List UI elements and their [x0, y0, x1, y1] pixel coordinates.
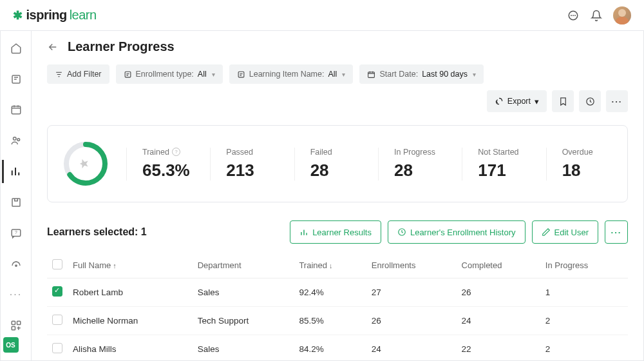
export-label: Export: [507, 97, 531, 106]
col-completed[interactable]: Completed: [457, 253, 540, 278]
stat-inprogress-label: In Progress: [394, 148, 444, 157]
sort-asc-icon: ↑: [113, 262, 117, 269]
cell-inprog: 1: [540, 278, 628, 307]
more-button[interactable]: ···: [606, 90, 628, 112]
svg-rect-10: [17, 321, 20, 324]
enrollment-icon: [124, 70, 132, 79]
page-title: Learner Progress: [68, 39, 175, 54]
svg-rect-11: [12, 327, 15, 330]
os-badge[interactable]: OS: [3, 337, 19, 353]
topbar: ✱ ispring learn: [0, 0, 644, 31]
col-department[interactable]: Department: [193, 253, 294, 278]
stat-trained-value: 65.3%: [142, 161, 192, 180]
stat-failed-value: 28: [310, 161, 360, 180]
col-fullname[interactable]: Full Name↑: [68, 253, 193, 278]
cell-dept: Sales: [193, 335, 294, 361]
table-actions: Learners selected: 1 Learner Results Lea…: [47, 220, 628, 244]
learners-table: Full Name↑ Department Trained↓ Enrollmen…: [47, 253, 628, 360]
select-all-checkbox[interactable]: [52, 259, 62, 269]
logo-text-1: ispring: [26, 8, 67, 23]
calendar-icon: [367, 70, 375, 79]
cell-trained: 84.2%: [294, 335, 366, 361]
sidebar-users[interactable]: [3, 129, 29, 152]
back-arrow-icon[interactable]: [47, 41, 59, 53]
table-row[interactable]: Michelle Norman Tech Support 85.5% 26 24…: [47, 307, 628, 335]
stat-passed: Passed 213: [210, 148, 276, 180]
edit-user-button[interactable]: Edit User: [532, 220, 598, 244]
info-icon[interactable]: ?: [172, 148, 180, 156]
filter-learning-item[interactable]: Learning Item Name: All ▾: [229, 64, 354, 84]
table-row[interactable]: Alisha Mills Sales 84.2% 24 22 2: [47, 335, 628, 361]
trained-donut: [63, 141, 108, 186]
svg-rect-5: [12, 199, 20, 206]
filter-date-label: Start Date:: [379, 70, 418, 79]
row-checkbox[interactable]: [52, 315, 62, 325]
filter-learning-item-label: Learning Item Name:: [249, 70, 325, 79]
filter-enrollment-value: All: [198, 70, 207, 79]
svg-point-3: [13, 137, 16, 141]
stat-inprogress: In Progress 28: [378, 148, 444, 180]
table-row[interactable]: Robert Lamb Sales 92.4% 27 26 1: [47, 278, 628, 307]
filter-learning-item-value: All: [328, 70, 337, 79]
logo-text-2: learn: [70, 8, 97, 23]
export-button[interactable]: Export ▾: [487, 90, 547, 112]
cell-completed: 22: [457, 335, 540, 361]
svg-rect-2: [12, 106, 21, 114]
stats-card: Trained? 65.3% Passed 213 Failed 28 In P…: [47, 125, 628, 202]
share-icon: [495, 97, 504, 106]
bell-icon[interactable]: [590, 9, 603, 22]
enrollment-history-button[interactable]: Learner's Enrollment History: [388, 220, 526, 244]
pencil-icon: [542, 228, 551, 237]
sidebar-calendar[interactable]: [3, 99, 29, 122]
filter-enrollment-type[interactable]: Enrollment type: All ▾: [116, 64, 223, 84]
svg-rect-9: [12, 321, 15, 324]
sidebar-archive[interactable]: [3, 191, 29, 214]
stat-inprogress-value: 28: [394, 161, 444, 180]
sidebar-apps[interactable]: [3, 314, 29, 337]
col-trained[interactable]: Trained↓: [294, 253, 366, 278]
col-enrollments[interactable]: Enrollments: [366, 253, 457, 278]
history-button[interactable]: [579, 90, 601, 112]
sidebar-more[interactable]: ···: [3, 283, 29, 306]
cell-enroll: 24: [366, 335, 457, 361]
svg-point-4: [17, 139, 19, 141]
chat-icon[interactable]: [567, 9, 580, 22]
filter-start-date[interactable]: Start Date: Last 90 days ▾: [359, 64, 484, 84]
clock-icon: [585, 97, 595, 106]
svg-rect-13: [238, 72, 244, 77]
bookmark-button[interactable]: [552, 90, 574, 112]
more-actions-button[interactable]: ···: [605, 220, 628, 244]
stat-failed-label: Failed: [310, 148, 360, 157]
chevron-down-icon: ▾: [212, 71, 215, 78]
selected-label: Learners selected: 1: [47, 226, 147, 238]
chevron-down-icon: ▾: [473, 71, 476, 78]
avatar[interactable]: [613, 6, 631, 24]
svg-rect-12: [125, 72, 131, 77]
cell-enroll: 27: [366, 278, 457, 307]
filter-date-value: Last 90 days: [422, 70, 468, 79]
col-inprogress[interactable]: In Progress: [540, 253, 628, 278]
learner-results-button[interactable]: Learner Results: [290, 220, 381, 244]
sidebar-feedback[interactable]: ?: [3, 222, 29, 245]
sidebar-book[interactable]: [3, 68, 29, 91]
cell-completed: 26: [457, 278, 540, 307]
row-checkbox[interactable]: [52, 286, 62, 297]
add-filter-label: Add Filter: [67, 70, 102, 79]
row-checkbox[interactable]: [52, 343, 62, 353]
svg-point-8: [15, 265, 16, 266]
stat-notstarted-value: 171: [478, 161, 527, 180]
sidebar: ? ··· OS: [1, 1, 32, 360]
sidebar-home[interactable]: [3, 37, 29, 60]
sidebar-gauge[interactable]: [3, 252, 29, 275]
cell-trained: 85.5%: [294, 307, 366, 335]
logo[interactable]: ✱ ispring learn: [13, 8, 97, 23]
sidebar-reports[interactable]: [2, 160, 28, 183]
main: Learner Progress Add Filter Enrollment t…: [32, 1, 643, 360]
add-filter-button[interactable]: Add Filter: [47, 64, 109, 84]
learner-results-label: Learner Results: [312, 228, 372, 237]
svg-text:?: ?: [15, 229, 17, 234]
stat-overdue: Overdue 18: [546, 148, 612, 180]
cell-dept: Tech Support: [193, 307, 294, 335]
cell-completed: 24: [457, 307, 540, 335]
cell-trained: 92.4%: [294, 278, 366, 307]
